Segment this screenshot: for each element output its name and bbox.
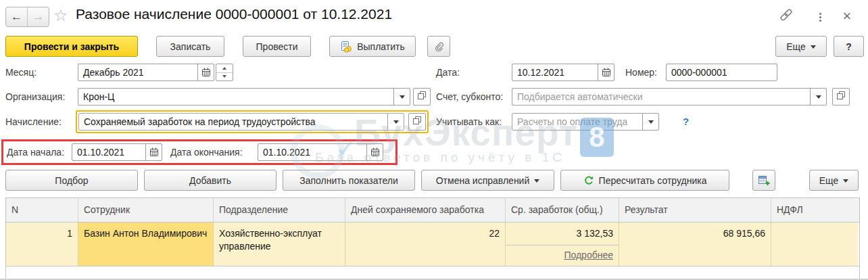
date-value: 10.12.2021 [512, 64, 598, 80]
table-more-label: Еще [819, 175, 839, 186]
cell-row-number[interactable]: 1 [6, 223, 78, 266]
record-as-label: Учитывать как: [436, 113, 502, 131]
month-calendar-icon[interactable] [197, 64, 214, 80]
number-field[interactable]: 0000-000001 [666, 64, 777, 81]
cell-days[interactable]: 22 [345, 223, 506, 266]
column-header-result: Результат [619, 198, 771, 222]
accrual-label: Начисление: [5, 113, 62, 131]
cell-employee[interactable]: Базин Антон Владимирович [78, 223, 214, 266]
account-dropdown-button[interactable] [810, 89, 826, 105]
attachments-button[interactable] [427, 36, 450, 57]
write-label: Записать [170, 41, 211, 52]
organization-label: Организация: [5, 88, 65, 106]
column-header-days: Дней сохраняемого заработка [345, 198, 506, 222]
column-header-n: N [6, 198, 78, 222]
account-placeholder: Подбирается автоматически [512, 89, 810, 105]
more-menu-button[interactable] [811, 8, 829, 26]
fill-indicators-label: Заполнить показатели [299, 175, 398, 186]
cancel-fixes-button[interactable]: Отмена исправлений [421, 170, 554, 191]
more-label: Еще [786, 41, 806, 52]
accrual-dropdown-button[interactable] [387, 114, 404, 130]
chevron-down-icon [534, 179, 539, 185]
write-button[interactable]: Записать [156, 36, 224, 57]
column-header-employee: Сотрудник [78, 198, 214, 222]
accrual-field[interactable]: Сохраняемый заработок на период трудоуст… [78, 113, 404, 131]
add-button[interactable]: Добавить [144, 170, 276, 191]
paperclip-icon [433, 41, 444, 53]
organization-value: Крон-Ц [78, 89, 393, 105]
account-field[interactable]: Подбирается автоматически [512, 88, 827, 106]
account-label: Счет, субконто: [436, 88, 503, 106]
date-start-value: 01.10.2021 [72, 144, 145, 160]
post-button[interactable]: Провести [243, 36, 311, 57]
table-add-column-icon [758, 175, 770, 186]
record-as-placeholder: Расчеты по оплате труда [512, 114, 642, 130]
stepper-up-button[interactable] [216, 64, 233, 73]
column-header-ndfl: НДФЛ [771, 198, 858, 222]
organization-open-button[interactable] [413, 88, 431, 106]
organization-field[interactable]: Крон-Ц [78, 88, 410, 106]
date-calendar-icon[interactable] [598, 64, 614, 80]
back-button[interactable]: ← [6, 7, 27, 26]
column-header-department: Подразделение [214, 198, 345, 222]
recalculate-employee-button[interactable]: Пересчитать сотрудника [560, 170, 729, 191]
employees-table: N Сотрудник Подразделение Дней сохраняем… [5, 197, 860, 279]
pay-document-coins-icon [340, 41, 352, 53]
stepper-down-button[interactable] [216, 73, 233, 81]
month-label: Месяц: [5, 64, 37, 81]
table-row[interactable]: 1 Базин Антон Владимирович Хозяйственно-… [6, 223, 859, 266]
chevron-down-icon [393, 120, 399, 126]
record-as-help-link[interactable]: ? [683, 113, 689, 131]
accrual-value: Сохраняемый заработок на период трудоуст… [79, 114, 387, 130]
add-label: Добавить [189, 175, 231, 186]
help-label: ? [846, 41, 852, 52]
month-value: Декабрь 2021 [78, 64, 197, 80]
table-more-button[interactable]: Еще [809, 170, 859, 191]
cell-result[interactable]: 68 915,66 [619, 223, 771, 266]
date-start-field[interactable]: 01.10.2021 [72, 143, 162, 161]
account-open-button[interactable] [832, 88, 850, 106]
command-bar-more-button[interactable]: Еще [775, 36, 827, 57]
date-start-label: Дата начала: [7, 143, 64, 161]
date-end-field[interactable]: 01.10.2021 [258, 143, 383, 161]
record-as-field[interactable]: Расчеты по оплате труда [512, 113, 659, 131]
open-form-icon [836, 91, 846, 103]
avg-earnings-value: 3 132,53 [506, 223, 619, 246]
number-label: Номер: [625, 64, 657, 81]
details-link[interactable]: Подробнее [564, 250, 613, 260]
refresh-icon [583, 175, 594, 186]
close-button[interactable]: × [838, 7, 856, 25]
pick-label: Подбор [55, 175, 88, 186]
post-and-close-label: Провести и закрыть [24, 41, 119, 52]
change-form-button[interactable] [752, 170, 775, 191]
kebab-dots-icon [819, 11, 821, 23]
help-button[interactable]: ? [834, 36, 864, 57]
cell-ndfl[interactable] [771, 223, 858, 266]
open-form-icon [417, 91, 427, 103]
column-header-avg-earnings: Ср. заработок (общ.) [506, 198, 619, 222]
cell-department[interactable]: Хозяйственно-эксплуат управление [214, 223, 345, 266]
one-time-accrual-window: ← → ☆ Разовое начисление 0000-000001 от … [0, 0, 868, 280]
forward-button[interactable]: → [27, 7, 49, 26]
date-label: Дата: [436, 64, 460, 81]
cell-avg-earnings[interactable]: 3 132,53 Подробнее [506, 223, 619, 266]
month-stepper [216, 64, 233, 81]
accrual-open-button[interactable] [408, 113, 426, 131]
record-as-dropdown-button[interactable] [642, 114, 658, 130]
organization-dropdown-button[interactable] [393, 89, 410, 105]
pay-button[interactable]: Выплатить [329, 36, 416, 57]
date-end-calendar-icon[interactable] [366, 144, 383, 160]
date-start-calendar-icon[interactable] [145, 144, 162, 160]
chevron-down-icon [400, 95, 405, 101]
favorite-star-icon[interactable]: ☆ [53, 7, 68, 24]
pick-button[interactable]: Подбор [5, 170, 138, 191]
post-and-close-button[interactable]: Провести и закрыть [5, 36, 138, 57]
table-header-row: N Сотрудник Подразделение Дней сохраняем… [6, 198, 859, 223]
nav-history-group: ← → [5, 7, 49, 27]
date-field[interactable]: 10.12.2021 [512, 64, 614, 81]
get-link-button[interactable] [777, 7, 795, 25]
back-arrow-icon: ← [11, 10, 22, 24]
fill-indicators-button[interactable]: Заполнить показатели [283, 170, 415, 191]
month-field[interactable]: Декабрь 2021 [78, 64, 214, 81]
forward-arrow-icon: → [32, 10, 44, 24]
